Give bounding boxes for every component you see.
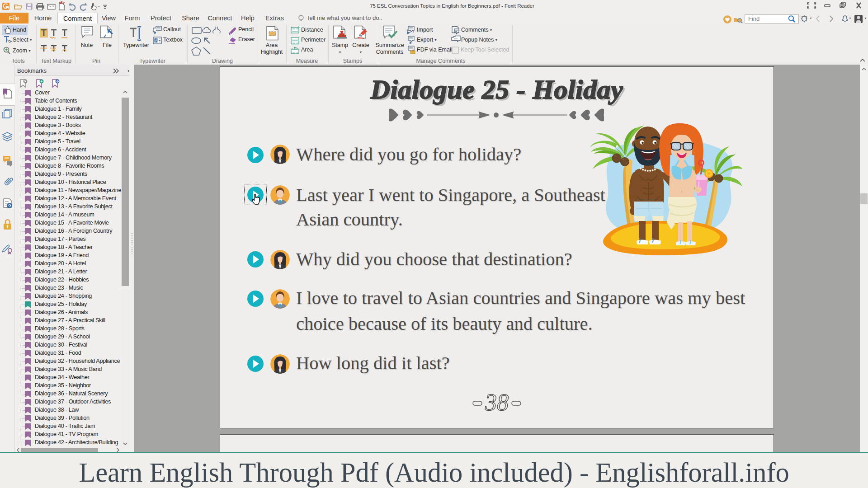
- svg-text:Find: Find: [748, 15, 760, 22]
- svg-text:38: 38: [485, 389, 509, 415]
- svg-text:A: A: [155, 38, 158, 43]
